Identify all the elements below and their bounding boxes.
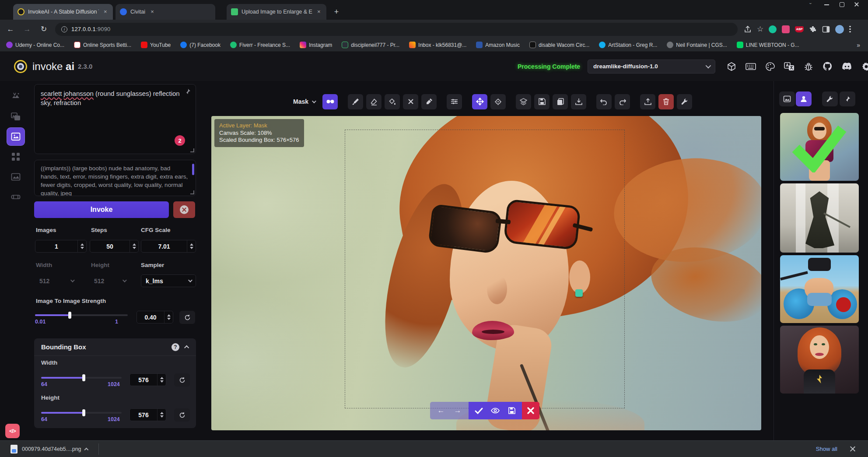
bbox-height-input[interactable]: 576 [130, 408, 166, 421]
canvas-settings-wrench-button[interactable] [677, 94, 692, 109]
fill-bounding-box-button[interactable] [385, 94, 400, 109]
bookmark-star-icon[interactable]: ☆ [757, 25, 763, 34]
tab-post-processing[interactable] [7, 168, 24, 186]
adblock-extension-icon[interactable]: ABP [795, 26, 804, 32]
theme-palette-icon[interactable] [764, 60, 776, 72]
brush-options-button[interactable] [447, 94, 462, 109]
images-input[interactable]: 1 [35, 240, 87, 253]
github-icon[interactable] [822, 60, 833, 72]
tab-close-icon[interactable] [316, 8, 322, 15]
scrollbar-thumb[interactable] [192, 164, 194, 175]
reload-icon[interactable]: ↻ [38, 23, 50, 35]
window-maximize-button[interactable] [839, 2, 844, 7]
hotkeys-keyboard-icon[interactable] [745, 60, 756, 72]
browser-menu-icon[interactable] [849, 26, 851, 33]
negative-prompt-textarea[interactable]: ((implants)) (large boobs) nude bad anat… [34, 160, 196, 196]
gallery-thumbnail[interactable] [780, 255, 859, 323]
bbox-height-reset-button[interactable] [174, 408, 190, 422]
discord-icon[interactable] [841, 60, 853, 72]
accept-checkmark-button[interactable] [470, 402, 487, 419]
gallery-person-tab-button[interactable] [796, 91, 812, 106]
layer-select[interactable]: Mask [289, 94, 319, 109]
model-select[interactable]: dreamlike-diffusion-1.0 [588, 60, 715, 74]
bookmark-facebook[interactable]: (7) Facebook [180, 42, 220, 48]
bookmark-wacom[interactable]: disable Wacom Circ... [529, 42, 589, 48]
gallery-settings-wrench-button[interactable] [822, 91, 838, 106]
model-manager-icon[interactable] [725, 60, 737, 72]
cfg-input[interactable]: 7.01 [141, 240, 196, 253]
height-select[interactable]: 512 [90, 274, 130, 287]
show-all-link[interactable]: Show all [816, 446, 837, 452]
bbox-width-input[interactable]: 576 [130, 373, 166, 386]
stepper-icon[interactable] [130, 240, 138, 252]
i2i-reset-button[interactable] [179, 311, 195, 324]
bookmarks-overflow-icon[interactable] [857, 42, 860, 49]
discard-x-button[interactable] [527, 407, 534, 414]
stepper-icon[interactable] [157, 409, 166, 421]
extensions-puzzle-icon[interactable] [809, 25, 817, 33]
tab-unified-canvas[interactable] [7, 128, 24, 145]
bbox-width-slider[interactable] [41, 377, 122, 379]
sidebar-panel-icon[interactable] [822, 25, 830, 33]
stepper-icon[interactable] [164, 311, 173, 323]
canvas-bounding-box[interactable] [345, 130, 625, 408]
i2i-strength-slider[interactable] [35, 314, 128, 316]
gallery-pin-button[interactable] [840, 91, 855, 106]
tab-close-icon[interactable] [102, 8, 108, 15]
move-tool-button[interactable] [472, 94, 487, 109]
redo-button[interactable] [615, 94, 630, 109]
save-staging-button[interactable] [504, 402, 520, 419]
download-item[interactable]: 000979.40d74eb5....png [6, 441, 93, 457]
window-minimize-button[interactable] [824, 2, 830, 7]
stepper-icon[interactable] [187, 240, 196, 252]
pin-icon[interactable] [184, 88, 191, 95]
url-field[interactable]: 127.0.0.1:9090 [55, 23, 738, 36]
profile-avatar[interactable] [835, 25, 844, 34]
bookmark-amazon-music[interactable]: Amazon Music [476, 42, 520, 48]
help-icon[interactable] [172, 343, 179, 351]
bookmark-line-webtoon[interactable]: LINE WEBTOON - G... [737, 42, 799, 48]
prompt-textarea[interactable]: scarlett johansson (round sunglasses) re… [34, 84, 196, 154]
clear-canvas-button[interactable] [658, 94, 674, 109]
download-bar-close-icon[interactable] [850, 446, 856, 452]
resize-handle[interactable] [190, 148, 194, 152]
sampler-select[interactable]: k_lms [141, 274, 196, 287]
bookmark-inbox[interactable]: Inbox - klk56831@... [409, 42, 466, 48]
tab-training[interactable] [7, 188, 24, 206]
grammarly-extension-icon[interactable] [769, 25, 777, 33]
gallery-thumbnail[interactable] [780, 326, 859, 394]
site-info-icon[interactable] [61, 26, 67, 32]
bookmark-artstation[interactable]: ArtStation - Greg R... [599, 42, 657, 48]
merge-visible-button[interactable] [516, 94, 531, 109]
tab-text-to-image[interactable] [7, 88, 24, 105]
window-chevron-icon[interactable] [809, 2, 815, 7]
bookmark-udemy[interactable]: Udemy - Online Co... [6, 42, 64, 48]
copy-to-clipboard-button[interactable] [553, 94, 568, 109]
slider-thumb[interactable] [82, 374, 85, 381]
bookmark-fiverr[interactable]: Fiverr - Freelance S... [230, 42, 290, 48]
reset-view-button[interactable] [490, 94, 506, 109]
gallery-images-tab-button[interactable] [779, 91, 795, 106]
chevron-up-icon[interactable] [84, 448, 88, 452]
language-translate-icon[interactable] [783, 60, 795, 72]
download-image-button[interactable] [571, 94, 586, 109]
bug-report-icon[interactable] [802, 60, 814, 72]
tab-invokeai[interactable]: InvokeAI - A Stable Diffusion Too [13, 4, 113, 20]
show-hide-eye-button[interactable] [487, 402, 504, 419]
i2i-strength-input[interactable]: 0.40 [136, 311, 173, 323]
gallery-thumbnail-current[interactable] [780, 113, 859, 181]
tab-civitai[interactable]: Civitai [116, 4, 215, 20]
brush-tool-button[interactable] [348, 94, 363, 109]
bbox-height-slider[interactable] [41, 412, 122, 414]
resize-handle[interactable] [190, 190, 194, 194]
bookmark-youtube[interactable]: YouTube [141, 42, 171, 48]
upload-image-button[interactable] [640, 94, 655, 109]
new-tab-button[interactable] [331, 6, 342, 18]
slider-thumb[interactable] [68, 312, 71, 319]
color-picker-button[interactable] [421, 94, 437, 109]
erase-bounding-box-button[interactable] [403, 94, 418, 109]
settings-gear-icon[interactable] [860, 60, 868, 72]
bbox-width-reset-button[interactable] [174, 373, 190, 387]
undo-button[interactable] [596, 94, 612, 109]
stepper-icon[interactable] [77, 240, 86, 252]
